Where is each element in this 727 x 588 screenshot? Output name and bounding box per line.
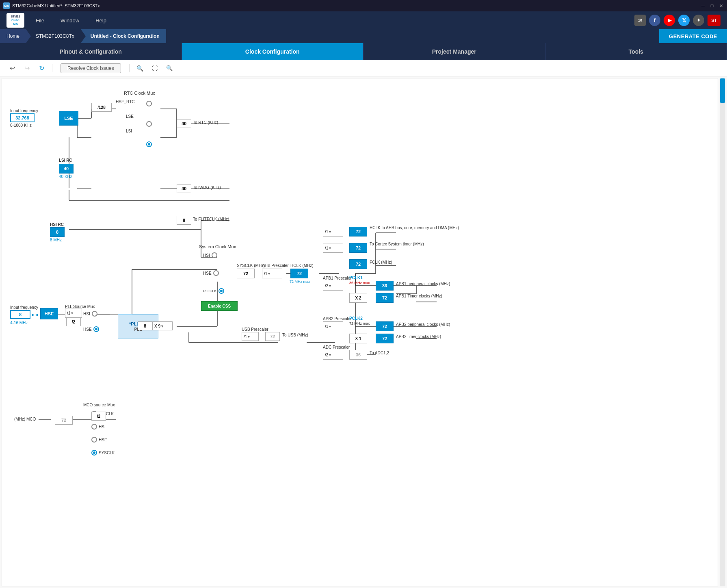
toolbar: ↩ ↪ ↻ Resolve Clock Issues 🔍 ⛶ 🔍 [0, 60, 727, 76]
tab-clock[interactable]: Clock Configuration [182, 43, 364, 60]
connection-lines [2, 78, 473, 444]
breadcrumb-active[interactable]: Untitled - Clock Configuration [81, 29, 166, 43]
scrollbar-thumb-v[interactable] [720, 78, 725, 103]
div128-box: /128 [91, 103, 112, 112]
ahb-out-div-select[interactable]: /1 [323, 227, 343, 237]
apb1-timer-label: APB1 Timer clocks (MHz) [396, 294, 442, 298]
maximize-button[interactable]: □ [709, 3, 715, 9]
hse-div1-select[interactable]: /1 [65, 308, 82, 318]
lse-freq-input[interactable]: 32.768 [10, 113, 35, 122]
apb1-prescaler-label: APB1 Prescaler [323, 276, 352, 280]
mco-div2-box: /2 [91, 412, 106, 421]
menu-file[interactable]: File [32, 16, 48, 25]
pclk1-label: PCLK1 [349, 276, 363, 280]
lsi-value-box[interactable]: 40 [59, 164, 74, 174]
to-adc-val: 36 [349, 350, 367, 360]
resolve-clock-issues-button[interactable]: Resolve Clock Issues [61, 63, 121, 73]
hsi-sys-label: HSI [203, 253, 210, 258]
lsi-rc-label: LSI RC [59, 158, 72, 163]
menu-help[interactable]: Help [92, 16, 110, 25]
redo-button[interactable]: ↪ [21, 63, 32, 74]
mco-mhz-label: (MHz) MCO [14, 417, 36, 421]
hse-freq-input[interactable]: 8 [10, 310, 30, 319]
hse-range-label: 4-16 MHz [10, 321, 28, 325]
breadcrumb-device[interactable]: STM32F103C8Tx [26, 29, 81, 43]
lsi-mux-label: LSI [126, 129, 132, 133]
to-flitfclk-val-box: 8 [177, 216, 191, 225]
to-iwdg-label: To IWDG (KHz) [193, 185, 221, 190]
cortex-timer-val: 72 [349, 243, 367, 253]
lse-mux-label: LSE [126, 114, 134, 119]
apb1-periph-val: 36 [376, 281, 394, 291]
network-icon[interactable]: ✦ [693, 15, 704, 26]
cortex-div-select[interactable]: /1 [323, 243, 343, 253]
mco-radio-hsi[interactable] [91, 424, 97, 430]
lsi-khz-label: 40 KHz [59, 174, 72, 179]
vertical-scrollbar[interactable] [720, 78, 725, 586]
rtc-radio-hse[interactable] [146, 101, 152, 106]
logo: STM32 Cube MX [6, 13, 24, 28]
youtube-icon[interactable]: ▶ [664, 15, 675, 26]
breadcrumb-home[interactable]: Home [0, 29, 26, 43]
ahb-div-select[interactable]: /1 [262, 269, 282, 278]
title-bar: MX STM32CubeMX Untitled*: STM32F103C8Tx … [0, 0, 727, 11]
twitter-icon[interactable]: 𝕏 [678, 15, 690, 26]
sysclk-val-box[interactable]: 72 [237, 269, 255, 278]
sys-clock-mux-label: System Clock Mux [199, 244, 236, 249]
st-icon[interactable]: ST [708, 15, 721, 26]
pll-radio-hse[interactable] [93, 326, 99, 332]
tab-tools[interactable]: Tools [545, 43, 727, 60]
hclk-max-label: 72 MHz max [290, 280, 310, 284]
undo-button[interactable]: ↩ [6, 63, 18, 74]
zoom-out-button[interactable]: 🔍 [164, 63, 175, 74]
clock-diagram: Input frequency 32.768 0-1000 KHz LSE LS… [2, 78, 473, 444]
tab-pinout[interactable]: Pinout & Configuration [0, 43, 182, 60]
hsi-value-box[interactable]: 8 [50, 227, 65, 237]
refresh-button[interactable]: ↻ [36, 63, 47, 74]
close-button[interactable]: ✕ [718, 3, 724, 9]
menu-window[interactable]: Window [57, 16, 82, 25]
ahb-prescaler-label: AHB Prescaler [262, 263, 289, 268]
rtc-radio-lse[interactable] [146, 121, 152, 127]
sys-radio-hsi[interactable] [212, 252, 217, 258]
mco-hse-label: HSE [99, 438, 107, 442]
pll-mul-select[interactable]: X 9 [152, 321, 173, 330]
adc-div-select[interactable]: /2 [323, 350, 343, 360]
lse-range-label: 0-1000 KHz [10, 123, 32, 128]
pclk2-label: PCLK2 [349, 316, 363, 321]
cortex-timer-label: To Cortex System timer (MHz) [370, 242, 424, 246]
mco-radio-hse[interactable] [91, 437, 97, 443]
hse-sys-label: HSE [203, 271, 212, 276]
facebook-icon[interactable]: f [649, 15, 660, 26]
hclk-ahb-label: HCLK to AHB bus, core, memory and DMA (M… [370, 226, 459, 230]
toolbar-separator-2 [129, 64, 130, 72]
fclk-label: FCLK (MHz) [370, 260, 392, 265]
zoom-in-button[interactable]: 🔍 [134, 63, 146, 74]
to-flitfclk-label: To FLITFCLK (MHz) [193, 217, 229, 221]
to-rtc-label: To RTC (KHz) [193, 120, 218, 125]
sys-mux-radios: HSI HSE PLLCLK [203, 252, 224, 294]
pll-mul-val-box[interactable]: 8 [138, 321, 152, 330]
lse-node[interactable]: LSE [59, 111, 78, 126]
minimize-button[interactable]: ─ [700, 3, 706, 9]
generate-code-button[interactable]: GENERATE CODE [659, 29, 727, 43]
mco-out-val: 72 [55, 416, 73, 425]
fit-screen-button[interactable]: ⛶ [149, 63, 160, 74]
apb2-div-select[interactable]: /1 [323, 321, 343, 331]
hclk-val-box[interactable]: 72 [290, 269, 308, 278]
mco-radio-sysclk[interactable] [91, 450, 97, 456]
to-rtc-val-box: 40 [177, 119, 191, 128]
hse-node[interactable]: HSE [40, 308, 58, 319]
pll-radio-hsi[interactable] [92, 311, 97, 317]
mco-hsi-label: HSI [99, 425, 106, 429]
hse-rtc-label: HSE_RTC [116, 100, 135, 104]
enable-css-button[interactable]: Enable CSS [201, 301, 238, 311]
clock-canvas[interactable]: Input frequency 32.768 0-1000 KHz LSE LS… [2, 78, 718, 586]
rtc-radio-lsi[interactable] [146, 141, 152, 147]
sys-radio-pll[interactable] [219, 288, 224, 294]
x2-apb1-box: X 2 [349, 293, 367, 303]
tab-project[interactable]: Project Manager [364, 43, 545, 60]
sys-radio-hse[interactable] [213, 270, 219, 276]
apb1-div-select[interactable]: /2 [323, 281, 343, 291]
usb-div-select[interactable]: /1 [242, 332, 259, 341]
